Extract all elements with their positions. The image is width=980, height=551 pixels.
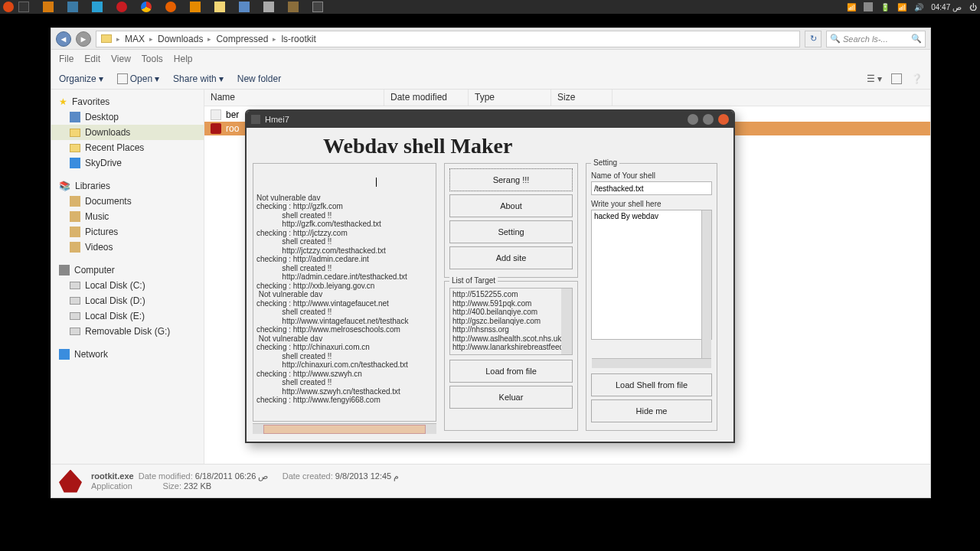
menu-tools[interactable]: Tools — [142, 54, 163, 64]
sound-icon[interactable]: 📶 — [897, 3, 906, 11]
keluar-button[interactable]: Keluar — [449, 386, 573, 409]
sidebar-item-desktop[interactable]: Desktop — [51, 109, 204, 125]
preview-pane-button[interactable] — [891, 73, 902, 84]
newfolder-button[interactable]: New folder — [237, 73, 281, 84]
shell-vscrollbar[interactable] — [701, 210, 711, 358]
sidebar-item-downloads[interactable]: Downloads — [51, 125, 204, 140]
crumb-3[interactable]: ls-rootkit — [281, 34, 315, 44]
clock[interactable]: 04:47 ص — [931, 3, 962, 11]
view-mode-button[interactable]: ☰ ▾ — [867, 73, 882, 84]
sidebar-item-videos[interactable]: Videos — [51, 240, 204, 255]
sidebar-item-skydrive[interactable]: SkyDrive — [51, 155, 204, 171]
targets-label: List of Target — [449, 276, 498, 285]
shellname-input[interactable] — [591, 181, 712, 195]
hmei7-window: Hmei7 Webdav shell Maker Not vulnerable … — [245, 109, 735, 443]
crumb-0[interactable]: MAX — [125, 34, 145, 44]
close-button[interactable] — [718, 114, 729, 125]
sidebar-item-drive-g[interactable]: Removable Disk (G:) — [51, 324, 204, 339]
loadshell-button[interactable]: Load Shell from file — [591, 373, 712, 396]
refresh-button[interactable]: ↻ — [805, 31, 822, 47]
media-icon[interactable] — [43, 2, 54, 12]
search-input[interactable]: 🔍 Search ls-... 🔍 — [826, 31, 926, 47]
biohazard-icon — [59, 470, 82, 493]
app2-icon[interactable] — [239, 2, 250, 12]
hideme-button[interactable]: Hide me — [591, 399, 712, 422]
log-output[interactable]: Not vulnerable davchecking : http://gzfk… — [253, 163, 436, 422]
sidebar-item-drive-e[interactable]: Local Disk (E:) — [51, 308, 204, 324]
breadcrumb[interactable]: ▸ MAX ▸ Downloads ▸ Compressed ▸ ls-root… — [96, 31, 800, 47]
terminal-icon[interactable] — [18, 2, 29, 12]
battery-icon[interactable]: 🔋 — [880, 3, 890, 11]
titlebar[interactable]: Hmei7 — [247, 111, 733, 128]
sidebar-item-recent[interactable]: Recent Places — [51, 140, 204, 155]
col-modified[interactable]: Date modified — [384, 90, 469, 106]
sidebar-favorites[interactable]: ★Favorites — [51, 94, 204, 109]
folder-icon — [70, 144, 80, 152]
network-icon[interactable]: 📶 — [847, 3, 856, 11]
help-icon[interactable]: ❔ — [911, 73, 923, 84]
targets-vscrollbar[interactable] — [561, 289, 572, 354]
sidebar-libraries[interactable]: 📚Libraries — [51, 178, 204, 194]
serang-button[interactable]: Serang !!! — [449, 168, 573, 191]
shell-hscrollbar[interactable] — [592, 358, 711, 368]
drive-icon — [70, 297, 80, 305]
sidebar-item-music[interactable]: Music — [51, 209, 204, 224]
back-button[interactable]: ◄ — [56, 31, 71, 47]
app3-icon[interactable] — [263, 2, 274, 12]
forward-button[interactable]: ► — [76, 31, 91, 47]
menu-edit[interactable]: Edit — [84, 54, 100, 64]
setting-button[interactable]: Setting — [449, 220, 573, 243]
maximize-button[interactable] — [703, 114, 714, 125]
chrome-icon[interactable] — [141, 2, 152, 12]
volume-icon[interactable]: 🔊 — [914, 3, 923, 11]
column-headers[interactable]: Name Date modified Type Size — [204, 90, 930, 106]
menu-help[interactable]: Help — [174, 54, 193, 64]
col-name[interactable]: Name — [204, 90, 384, 106]
menu-file[interactable]: File — [59, 54, 74, 64]
gimp-icon[interactable] — [288, 2, 299, 12]
tray-icon[interactable] — [864, 2, 873, 11]
menu-view[interactable]: View — [111, 54, 131, 64]
sidebar-computer[interactable]: Computer — [51, 262, 204, 278]
desktop-icon — [70, 112, 80, 122]
star-icon: ★ — [59, 96, 67, 107]
sidebar-item-documents[interactable]: Documents — [51, 194, 204, 209]
sidebar-item-drive-d[interactable]: Local Disk (D:) — [51, 293, 204, 308]
open-button[interactable]: Open ▾ — [117, 73, 159, 84]
firefox-icon[interactable] — [165, 2, 176, 12]
crumb-1[interactable]: Downloads — [158, 34, 203, 44]
files-icon[interactable] — [214, 2, 225, 12]
col-size[interactable]: Size — [551, 90, 612, 106]
drive-icon — [70, 282, 80, 289]
sidebar: ★Favorites Desktop Downloads Recent Plac… — [51, 90, 204, 464]
statusbar: rootkit.exe Date modified: 6/18/2011 06:… — [51, 464, 930, 497]
ubuntu-logo-icon[interactable] — [3, 2, 14, 12]
organize-button[interactable]: Organize ▾ — [59, 73, 103, 84]
drive-icon — [70, 312, 80, 320]
search-go-icon[interactable]: 🔍 — [911, 34, 922, 44]
sidebar-item-pictures[interactable]: Pictures — [51, 224, 204, 240]
log-hscrollbar[interactable] — [253, 423, 436, 434]
shellcontent-textarea[interactable]: hacked By webdav — [591, 210, 712, 340]
minimize-button[interactable] — [688, 114, 698, 125]
addsite-button[interactable]: Add site — [449, 246, 573, 269]
active-window-icon[interactable] — [312, 2, 323, 12]
folder-icon[interactable] — [67, 2, 78, 12]
sidebar-network[interactable]: Network — [51, 347, 204, 362]
cloud-icon — [70, 158, 80, 168]
drive-icon — [70, 328, 80, 335]
crumb-2[interactable]: Compressed — [216, 34, 268, 44]
chevron-right-icon: ▸ — [116, 35, 120, 43]
opera-icon[interactable] — [116, 2, 127, 12]
about-button[interactable]: About — [449, 194, 573, 217]
power-icon[interactable]: ⏻ — [969, 3, 977, 11]
target-list[interactable]: http://5152255.comhttp://www.591pqk.comh… — [449, 288, 573, 355]
window-title: Hmei7 — [265, 115, 289, 124]
col-type[interactable]: Type — [469, 90, 551, 106]
share-button[interactable]: Share with ▾ — [173, 73, 224, 84]
telegram-icon[interactable] — [92, 2, 103, 12]
sidebar-item-drive-c[interactable]: Local Disk (C:) — [51, 278, 204, 293]
app-icon[interactable] — [190, 2, 201, 12]
loadfile-button[interactable]: Load from file — [449, 360, 573, 383]
text-cursor-icon — [376, 178, 377, 187]
